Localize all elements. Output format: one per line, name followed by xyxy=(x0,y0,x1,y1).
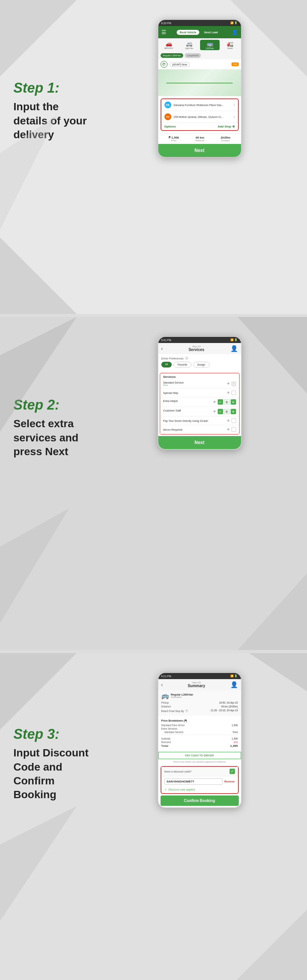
applied-text: Discount code applied xyxy=(169,788,195,791)
subtotal-value: 1,506 xyxy=(231,737,238,740)
remove-code-button[interactable]: Remove xyxy=(224,780,235,783)
customer-staff-plus[interactable]: + xyxy=(231,409,236,414)
time-badge[interactable]: [ASAP] Now xyxy=(170,62,190,67)
driver-prefs-area: Driver Preferences ? All Favorite Assign xyxy=(158,354,241,371)
service-aircon: Aircon Required 👁 xyxy=(160,425,239,434)
discount-label: Discount xyxy=(161,741,171,743)
pay-cash-button[interactable]: PAY CASH TO DRIVER xyxy=(158,752,241,759)
type-pill-regular[interactable]: Regular L300/Van xyxy=(161,53,184,58)
special-help-eye-icon[interactable]: 👁 xyxy=(227,391,230,395)
customer-staff-name: Customer Staff - xyxy=(163,409,212,414)
vehicle-mpvsuv[interactable]: 🚗 MPV/SUV xyxy=(159,40,179,50)
gcash-eye-icon[interactable]: 👁 xyxy=(227,419,230,423)
extra-helper-eye-icon[interactable]: 👁 xyxy=(213,400,216,404)
step2-label: Step 2: xyxy=(13,397,94,413)
price-value: ₱ 1,506 xyxy=(169,136,179,139)
pref-tab-favorite[interactable]: Favorite xyxy=(173,362,191,368)
step2-next-button[interactable]: Next xyxy=(158,436,241,449)
discount-code-field[interactable]: SANYANGHOME77 xyxy=(164,778,223,785)
step1-next-button[interactable]: Next xyxy=(158,144,241,157)
clock-icon: ⏱ xyxy=(161,61,167,68)
profile-icon-1[interactable]: 👤 xyxy=(231,29,238,35)
gcash-checkbox[interactable] xyxy=(231,418,236,423)
duration-value: 2h35m xyxy=(221,136,230,139)
step3-phone-area: 6:21 PM 📶 🔋 ‹ Step 3/3 Summary 👤 🚌 xyxy=(100,668,299,808)
book-vehicle-tab[interactable]: Book Vehicle xyxy=(177,30,200,35)
standard-checkbox[interactable]: ✓ xyxy=(231,382,236,386)
to-address-row[interactable]: TO 159 Mother Ignacia, Diliman, Quezon C… xyxy=(161,111,238,123)
discount-highlight-box: Have a discount code? ✓ SANYANGHOME77 Re… xyxy=(161,766,239,794)
back-arrow-icon[interactable]: ‹ xyxy=(161,346,163,351)
subtotal-row: Subtotal 1,506 xyxy=(161,737,238,740)
standard-service-value: Free xyxy=(233,731,238,733)
app-header-1: ☰ Book Vehicle Send Load 👤 xyxy=(158,26,241,38)
driver-note: Driver must receive your advance approva… xyxy=(158,761,241,764)
aircon-eye-icon[interactable]: 👁 xyxy=(227,428,230,431)
vehicle-name: Regular L300/Van xyxy=(171,693,193,696)
from-address-text: Sanyang Furniture (Robinson Place Das... xyxy=(174,104,231,106)
step2-text-area: Step 2: Select extra services and press … xyxy=(8,332,100,524)
options-link[interactable]: Options xyxy=(164,125,176,128)
extra-services-label: Extra Services xyxy=(161,727,177,730)
type-pills: Regular L300/Van Long/H100 xyxy=(158,52,241,59)
vehicle-lightvan[interactable]: 🚐 Light Van xyxy=(179,40,199,50)
lightvan-label: Light Van xyxy=(185,47,193,49)
to-badge: TO xyxy=(164,113,171,120)
step1-phone-area: 6:20 PM 📶 🔋 ☰ Book Vehicle Send Load 👤 🚗 xyxy=(100,15,299,158)
service-extra-helper: Extra Helper - 👁 − 0 + xyxy=(160,397,239,407)
map-area xyxy=(158,69,241,96)
standard-fare-label: Standard Fare 49 km xyxy=(161,724,185,727)
step2-phone-area: 5:41 PM 📶 🔋 ‹ Step 2/3 Services 👤 Driver… xyxy=(100,332,299,450)
add-stop-link[interactable]: Add Stop ⊕ xyxy=(218,125,235,128)
total-row: Total 1,355 xyxy=(161,744,238,748)
to-address-arrow: ‹ xyxy=(234,115,235,119)
confirm-booking-button[interactable]: Confirm Booking xyxy=(161,795,239,806)
step3-app-header: ‹ Step 3/3 Summary 👤 xyxy=(158,679,241,690)
type-pill-long[interactable]: Long/H100 xyxy=(185,53,200,58)
status-bar-3: 6:21 PM 📶 🔋 xyxy=(158,673,241,679)
aircon-checkbox[interactable] xyxy=(231,427,236,432)
step3-description: Input Discount Code and Confirm Booking xyxy=(13,746,94,802)
standard-eye-icon[interactable]: 👁 xyxy=(227,382,230,385)
distance-label-s3: Distance xyxy=(161,705,171,708)
from-address-row[interactable]: FR Sanyang Furniture (Robinson Place Das… xyxy=(161,99,238,111)
mpvsuv-label: MPV/SUV xyxy=(164,47,173,49)
small-label: Small I xyxy=(227,47,233,49)
hamburger-icon[interactable]: ☰ xyxy=(161,29,166,35)
extra-services-row: Extra Services xyxy=(161,727,238,730)
send-load-tab[interactable]: Send Load xyxy=(201,30,221,35)
pickup-value: 18:50, 20-Apr-23 xyxy=(219,701,238,704)
price-label: Price xyxy=(169,139,179,142)
discount-value: -151 xyxy=(233,741,238,743)
service-customer-staff: Customer Staff - 👁 − 0 + xyxy=(160,407,239,416)
pref-tab-all[interactable]: All xyxy=(161,362,172,368)
standard-service-label: Standard Service xyxy=(164,731,184,733)
extra-helper-plus[interactable]: + xyxy=(231,399,236,405)
special-help-checkbox[interactable] xyxy=(231,390,236,395)
distance-row: Distance 49 km (2h35m) xyxy=(161,705,238,708)
discount-row: Discount -151 xyxy=(161,741,238,743)
pref-tab-assign[interactable]: Assign xyxy=(193,362,210,368)
step2-phone-frame: 5:41 PM 📶 🔋 ‹ Step 2/3 Services 👤 Driver… xyxy=(158,336,242,450)
price-breakdown: Price Breakdown (₱) Standard Fare 49 km … xyxy=(158,717,241,750)
customer-staff-minus[interactable]: − xyxy=(218,409,223,414)
svg-marker-7 xyxy=(238,573,307,650)
gcash-name: Pay Your Driver Directly Using GCash xyxy=(163,420,225,422)
subtotal-label: Subtotal xyxy=(161,737,171,740)
vehicle-small[interactable]: 🚛 Small I xyxy=(220,40,240,50)
extra-helper-minus[interactable]: − xyxy=(218,399,223,405)
step-info: Step 2/3 Services xyxy=(165,345,228,352)
status-bar-2: 5:41 PM 📶 🔋 xyxy=(158,337,241,343)
aircon-name: Aircon Required xyxy=(163,428,225,431)
mpvsuv-icon: 🚗 xyxy=(166,41,172,47)
pref-tabs: All Favorite Assign xyxy=(161,362,238,368)
add-circle-icon: ⊕ xyxy=(232,125,235,128)
status-time-2: 5:41 PM xyxy=(161,339,171,341)
discount-toggle[interactable]: ✓ xyxy=(230,769,235,774)
time-row: ⏱ [ASAP] Now 125 xyxy=(158,59,241,69)
vehicle-l300van[interactable]: 🚌 L300/Van xyxy=(200,40,220,50)
step3-back-arrow-icon[interactable]: ‹ xyxy=(161,682,163,688)
reach-label: Reach Final Stop By ? xyxy=(161,709,189,713)
pref-info-icon: ? xyxy=(185,356,189,360)
customer-staff-eye-icon[interactable]: 👁 xyxy=(213,410,216,413)
